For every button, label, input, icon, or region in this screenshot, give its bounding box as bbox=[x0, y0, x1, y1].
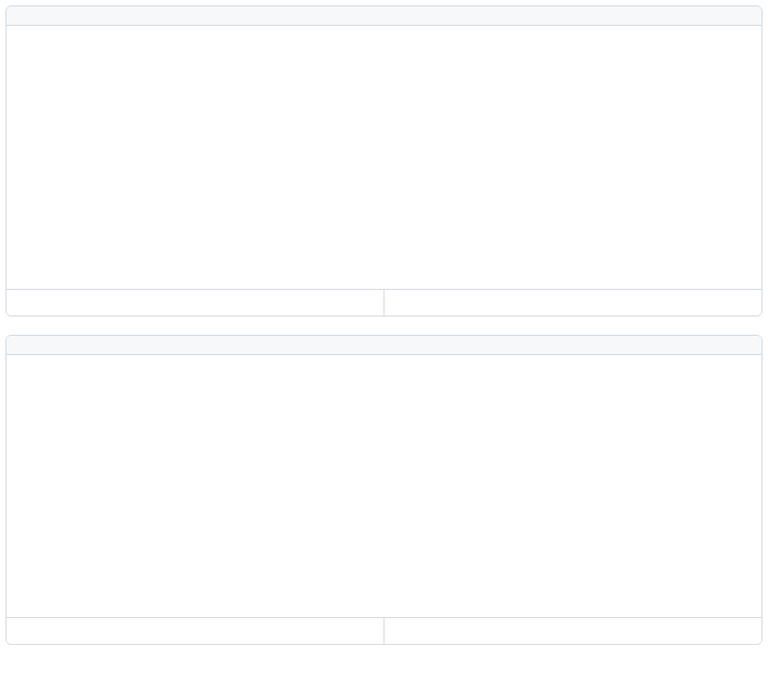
panel-title bbox=[6, 336, 762, 355]
git-clones-chart bbox=[6, 26, 762, 289]
views-total bbox=[6, 618, 384, 644]
git-clones-panel bbox=[6, 6, 762, 316]
panel-footer bbox=[6, 289, 762, 316]
visitors-unique bbox=[384, 618, 762, 644]
panel-title bbox=[6, 6, 762, 26]
panel-footer bbox=[6, 617, 762, 644]
clones-unique bbox=[384, 290, 762, 316]
visitors-panel bbox=[6, 335, 762, 646]
visitors-chart bbox=[6, 355, 762, 618]
clones-total bbox=[6, 290, 384, 316]
